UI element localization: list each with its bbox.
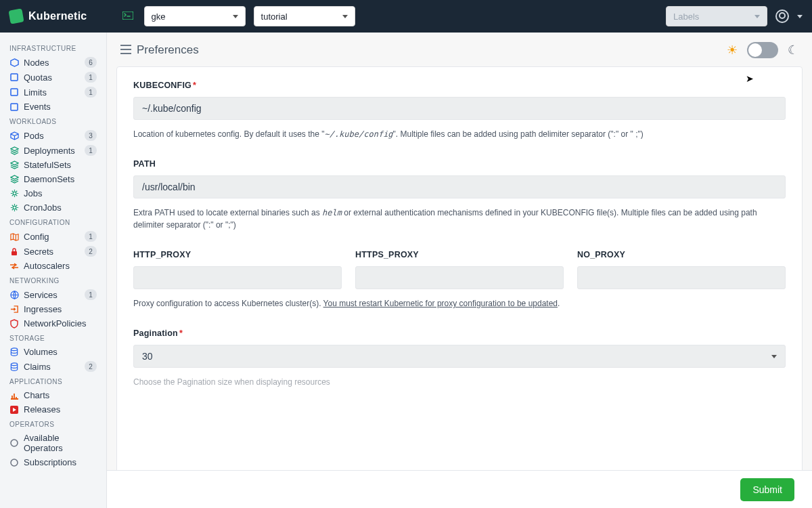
sidebar-item-label: Ingresses — [24, 304, 97, 314]
sidebar-item-daemonsets[interactable]: DaemonSets — [0, 172, 106, 186]
sidebar-item-deployments[interactable]: Deployments1 — [0, 143, 106, 158]
lock-icon — [9, 247, 19, 256]
login-icon — [9, 305, 19, 314]
db-icon — [9, 362, 19, 371]
svg-point-9 — [11, 348, 17, 351]
content-header: Preferences ☀ ☾ — [107, 33, 812, 66]
terminal-icon[interactable] — [122, 11, 133, 22]
sq-icon — [9, 87, 19, 97]
sq-icon — [9, 72, 19, 82]
cube-icon — [9, 131, 19, 140]
no-proxy-input[interactable] — [577, 266, 786, 289]
play-icon — [9, 405, 19, 415]
field-proxy: HTTP_PROXY HTTPS_PROXY NO_PROXY Proxy co… — [133, 250, 786, 310]
sidebar-item-charts[interactable]: Charts — [0, 388, 106, 402]
sidebar-item-label: Releases — [24, 404, 97, 415]
kubeconfig-help: Location of kubernetes config. By defaul… — [133, 128, 786, 140]
sidebar-item-releases[interactable]: Releases — [0, 402, 106, 417]
topbar-right: Labels — [666, 6, 803, 26]
https-proxy-label: HTTPS_PROXY — [355, 250, 564, 259]
sun-icon: ☀ — [727, 43, 738, 58]
https-proxy-input[interactable] — [355, 266, 564, 289]
section-head: INFRASTRUCTURE — [0, 41, 106, 55]
brand-text: Kubernetic — [28, 10, 87, 22]
caret-down-icon[interactable] — [797, 15, 803, 18]
sidebar-item-available-operators[interactable]: Available Operators — [0, 431, 106, 455]
sidebar-item-badge: 1 — [85, 72, 97, 83]
sidebar-item-label: Available Operators — [24, 433, 97, 453]
sidebar-item-volumes[interactable]: Volumes — [0, 345, 106, 359]
path-help: Extra PATH used to locate external binar… — [133, 207, 786, 231]
svg-rect-4 — [11, 104, 18, 110]
shield-icon — [9, 319, 19, 329]
sidebar-item-label: CronJobs — [24, 203, 97, 213]
sidebar-item-label: Secrets — [24, 247, 80, 257]
sidebar-item-config[interactable]: Config1 — [0, 229, 106, 244]
http-proxy-input[interactable] — [133, 266, 342, 289]
namespace-selector[interactable]: tutorial — [254, 6, 355, 26]
preferences-form: KUBECONFIG* Location of kubernetes confi… — [116, 66, 803, 470]
sidebar-item-services[interactable]: Services1 — [0, 287, 106, 302]
section-head: STORAGE — [0, 331, 106, 345]
sidebar-item-pods[interactable]: Pods3 — [0, 128, 106, 143]
section-head: OPERATORS — [0, 417, 106, 431]
theme-controls: ☀ ☾ — [727, 42, 798, 58]
theme-toggle[interactable] — [747, 42, 778, 58]
sidebar-item-claims[interactable]: Claims2 — [0, 359, 106, 374]
sq-icon — [9, 102, 19, 112]
sidebar-item-label: Services — [24, 290, 80, 300]
svg-rect-2 — [11, 74, 18, 81]
field-pagination: Pagination* 30 Choose the Pagination siz… — [133, 329, 786, 388]
context-value: gke — [152, 12, 166, 22]
sidebar-item-label: Events — [24, 102, 97, 112]
labels-selector[interactable]: Labels — [666, 6, 767, 26]
section-head: CONFIGURATION — [0, 215, 106, 229]
sidebar-item-badge: 2 — [85, 246, 97, 257]
circle-icon — [9, 458, 19, 467]
kubeconfig-label: KUBECONFIG* — [133, 81, 786, 90]
namespace-value: tutorial — [261, 12, 288, 22]
sidebar-item-label: NetworkPolicies — [24, 318, 97, 329]
context-selector[interactable]: gke — [144, 6, 246, 26]
form-scroll[interactable]: KUBECONFIG* Location of kubernetes confi… — [107, 66, 812, 470]
sidebar-item-ingresses[interactable]: Ingresses — [0, 302, 106, 316]
sidebar-item-nodes[interactable]: Nodes6 — [0, 55, 106, 70]
kubeconfig-input[interactable] — [133, 97, 786, 120]
user-icon[interactable] — [775, 9, 789, 23]
list-icon[interactable] — [120, 45, 131, 56]
gear-icon — [9, 189, 19, 198]
footer: Submit — [107, 470, 812, 508]
pagination-select[interactable]: 30 — [133, 345, 786, 368]
submit-button[interactable]: Submit — [740, 478, 794, 501]
svg-point-10 — [11, 362, 17, 365]
sidebar-item-quotas[interactable]: Quotas1 — [0, 70, 106, 85]
sidebar-item-badge: 1 — [85, 87, 97, 98]
sidebar-item-subscriptions[interactable]: Subscriptions — [0, 455, 106, 469]
no-proxy-label: NO_PROXY — [577, 250, 786, 259]
sidebar-item-autoscalers[interactable]: Autoscalers — [0, 259, 106, 273]
caret-down-icon — [233, 15, 238, 18]
layers-icon — [9, 175, 19, 184]
caret-down-icon — [754, 15, 760, 18]
sidebar-item-limits[interactable]: Limits1 — [0, 85, 106, 100]
sidebar: INFRASTRUCTURENodes6Quotas1Limits1Events… — [0, 33, 107, 508]
sidebar-item-label: Subscriptions — [24, 457, 97, 467]
sidebar-item-label: Quotas — [24, 72, 80, 83]
sidebar-item-statefulsets[interactable]: StatefulSets — [0, 158, 106, 172]
sidebar-item-label: Volumes — [24, 347, 97, 357]
sidebar-item-networkpolicies[interactable]: NetworkPolicies — [0, 316, 106, 331]
sidebar-item-label: DaemonSets — [24, 174, 97, 184]
http-proxy-label: HTTP_PROXY — [133, 250, 342, 259]
sidebar-item-label: StatefulSets — [24, 160, 97, 170]
circle-icon — [9, 438, 19, 448]
proxy-help: Proxy configuration to access Kubernetes… — [133, 297, 786, 310]
sidebar-item-events[interactable]: Events — [0, 100, 106, 114]
sidebar-item-jobs[interactable]: Jobs — [0, 186, 106, 200]
sidebar-item-secrets[interactable]: Secrets2 — [0, 244, 106, 259]
sidebar-item-label: Deployments — [24, 146, 80, 156]
sidebar-item-cronjobs[interactable]: CronJobs — [0, 200, 106, 215]
pagination-value: 30 — [142, 351, 153, 362]
path-input[interactable] — [133, 175, 786, 198]
svg-point-13 — [11, 459, 18, 466]
sidebar-item-badge: 6 — [85, 57, 97, 68]
